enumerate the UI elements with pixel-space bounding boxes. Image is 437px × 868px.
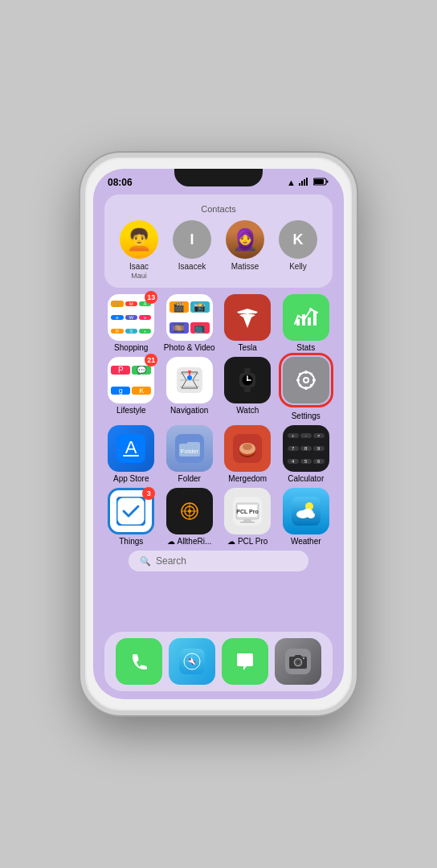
contact-matisse[interactable]: 🧕 Matisse (226, 220, 264, 280)
weather-icon (283, 488, 329, 534)
navigation-icon (166, 357, 213, 403)
photo-video-label: Photo & Video (164, 343, 215, 352)
contacts-row: 🧑‍🦱 Isaac Maui I Isaacek 🧕 Matisse (112, 220, 325, 280)
settings-label: Settings (292, 411, 321, 420)
svg-rect-5 (327, 181, 329, 183)
search-label: Search (156, 555, 186, 567)
stats-label: Stats (296, 343, 315, 352)
pclpro-icon: PCL Pro (224, 488, 271, 534)
search-icon: 🔍 (140, 556, 151, 567)
app-tesla[interactable]: Tesla (221, 294, 275, 352)
power-button[interactable] (354, 262, 357, 307)
svg-rect-1 (301, 181, 303, 186)
lifestyle-icon: P 💬 g K 21 (108, 357, 154, 403)
app-calculator[interactable]: +-× 789 456 Calculator (280, 425, 333, 483)
battery-icon (313, 178, 329, 187)
volume-down-button[interactable] (80, 285, 83, 307)
app-mergedom[interactable]: Mergedom (221, 425, 275, 483)
app-photo-video[interactable]: 🎬 📸 🎞️ 📺 Photo & Video (163, 294, 217, 352)
appstore-label: App Store (113, 474, 149, 483)
svg-rect-6 (314, 179, 324, 184)
contact-isaacek[interactable]: I Isaacek (173, 220, 211, 280)
phone-screen: 08:06 ▲ Contacts 🧑‍🦱 Isa (93, 169, 344, 699)
svg-point-72 (297, 661, 300, 664)
app-folder[interactable]: Folder Folder (163, 425, 217, 483)
phone-frame: 08:06 ▲ Contacts 🧑‍🦱 Isa (80, 153, 357, 715)
volume-up-button[interactable] (80, 254, 83, 276)
status-icons: ▲ (287, 178, 329, 187)
dock-camera-icon (275, 638, 321, 685)
dock-phone[interactable] (116, 638, 162, 685)
dock-phone-icon (116, 638, 162, 685)
svg-text:A: A (125, 437, 137, 457)
app-stats[interactable]: Stats (280, 294, 333, 352)
svg-rect-14 (244, 387, 251, 392)
app-lifestyle[interactable]: P 💬 g K 21 Lifestyle (104, 357, 158, 420)
contact-sub-isaac: Maui (131, 272, 147, 280)
contact-kelly[interactable]: K Kelly (279, 220, 317, 280)
svg-text:PCL Pro: PCL Pro (237, 509, 259, 514)
watch-label: Watch (236, 406, 259, 415)
contact-name-isaac: Isaac (129, 262, 149, 271)
app-alltheri[interactable]: ☁ AlltheRi... (163, 488, 217, 546)
contact-isaac[interactable]: 🧑‍🦱 Isaac Maui (120, 220, 158, 280)
avatar-kelly: K (279, 220, 317, 259)
mute-button[interactable] (80, 235, 83, 251)
app-pclpro[interactable]: PCL Pro ☁ PCL Pro (221, 488, 275, 546)
watch-icon (224, 357, 271, 403)
app-things[interactable]: 3 Things (104, 488, 158, 546)
mergedom-icon (224, 425, 271, 472)
svg-rect-3 (306, 178, 308, 186)
app-settings[interactable]: Settings (280, 357, 333, 420)
svg-point-60 (307, 512, 315, 518)
dock (104, 632, 333, 691)
search-bar[interactable]: 🔍 Search (129, 551, 308, 571)
dock-messages[interactable] (222, 638, 268, 685)
folder-label: Folder (178, 474, 201, 483)
lifestyle-label: Lifestyle (116, 406, 146, 415)
svg-rect-13 (244, 368, 251, 373)
app-weather[interactable]: Weather (280, 488, 333, 546)
things-icon: 3 (108, 488, 154, 534)
dock-messages-icon (222, 638, 268, 685)
folder-icon: Folder (166, 425, 213, 472)
calculator-label: Calculator (288, 474, 324, 483)
svg-rect-61 (126, 649, 152, 674)
svg-point-42 (243, 444, 252, 450)
dock-camera[interactable] (275, 638, 321, 685)
svg-text:Folder: Folder (180, 448, 198, 455)
dock-safari-icon (169, 638, 215, 685)
shopping-label: Shopping (114, 343, 148, 352)
svg-rect-0 (299, 183, 300, 186)
shopping-badge: 13 (145, 291, 157, 304)
notch (174, 169, 263, 186)
app-navigation[interactable]: Navigation (163, 357, 217, 420)
svg-rect-2 (304, 179, 305, 186)
app-grid-row2: P 💬 g K 21 Lifestyle (104, 357, 333, 420)
pclpro-label: ☁ PCL Pro (227, 537, 268, 546)
contacts-widget: Contacts 🧑‍🦱 Isaac Maui I Isaacek (104, 194, 333, 288)
dock-safari[interactable] (169, 638, 215, 685)
app-grid-row1: 🛒 M A e W v R S + 13 Shopping (104, 294, 333, 352)
contacts-widget-label: Contacts (112, 204, 325, 214)
avatar-matisse: 🧕 (226, 220, 264, 259)
alltheri-icon (166, 488, 213, 534)
tesla-label: Tesla (239, 343, 257, 352)
avatar-isaacek: I (173, 220, 211, 259)
app-appstore[interactable]: A App Store (104, 425, 158, 483)
app-grid-row4: 3 Things (104, 488, 333, 546)
status-time: 08:06 (108, 177, 133, 188)
svg-point-73 (303, 657, 304, 659)
contact-name-matisse: Matisse (231, 262, 259, 271)
app-watch[interactable]: Watch (221, 357, 275, 420)
tesla-icon (224, 294, 271, 341)
svg-rect-53 (243, 519, 251, 522)
svg-point-11 (187, 375, 192, 380)
alltheri-label: ☁ AlltheRi... (167, 537, 211, 546)
appstore-icon: A (108, 425, 154, 472)
app-shopping[interactable]: 🛒 M A e W v R S + 13 Shopping (104, 294, 158, 352)
calculator-icon: +-× 789 456 (283, 425, 329, 472)
svg-point-8 (309, 308, 312, 311)
photo-video-icon: 🎬 📸 🎞️ 📺 (166, 294, 213, 341)
things-badge: 3 (142, 487, 155, 500)
